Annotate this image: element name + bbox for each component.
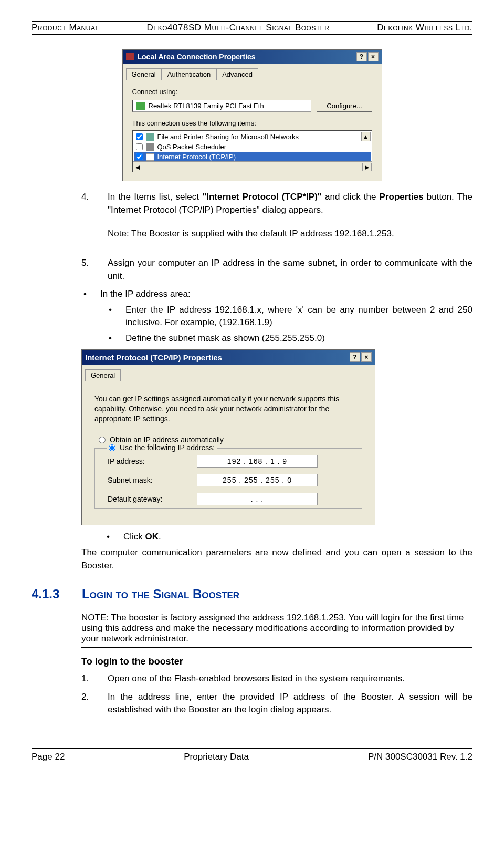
step-4-text: In the Items list, select "Internet Prot… <box>108 191 472 252</box>
configure-button[interactable]: Configure... <box>317 100 372 112</box>
network-icon <box>126 53 134 60</box>
subnet-mask-label: Subnet mask: <box>108 476 197 484</box>
tcp-icon <box>146 153 154 161</box>
sub-bullet-mask-text: Define the subnet mask as shown (255.255… <box>125 332 325 345</box>
tcpip-titlebar: Internet Protocol (TCP/IP) Properties ? … <box>82 350 375 365</box>
local-area-connection-dialog-wrap: Local Area Connection Properties ? × Gen… <box>32 49 472 181</box>
adapter-field: Realtek RTL8139 Family PCI Fast Eth <box>132 100 312 112</box>
hscroll-left[interactable]: ◀ <box>133 163 142 171</box>
step-5-text: Assign your computer an IP address in th… <box>108 257 472 283</box>
help-button[interactable]: ? <box>356 52 367 61</box>
bullet-dot: • <box>83 288 88 300</box>
item-qos-checkbox[interactable] <box>136 143 143 150</box>
radio-use-following-label: Use the following IP address: <box>120 443 215 452</box>
radio-obtain-auto-label: Obtain an IP address automatically <box>110 435 224 444</box>
items-listbox[interactable]: File and Printer Sharing for Microsoft N… <box>132 130 372 172</box>
scheduler-icon <box>146 143 154 151</box>
close-button[interactable]: × <box>368 52 379 61</box>
page-header: Product Manual Deko4078SD Multi-Channel … <box>32 21 472 35</box>
dialog-body: Connect using: Realtek RTL8139 Family PC… <box>123 80 382 181</box>
ip-address-field[interactable]: 192 . 168 . 1 . 9 <box>197 455 318 468</box>
hscroll-right[interactable]: ▶ <box>362 163 372 171</box>
header-right: Dekolink Wireless Ltd. <box>377 23 472 33</box>
tcpip-close-button[interactable]: × <box>361 352 372 362</box>
item-file-printer-checkbox[interactable] <box>136 133 143 140</box>
bullet-ip-area: • In the IP address area: <box>83 288 472 300</box>
note-default-ip: Note: The Booster is supplied with the d… <box>108 224 472 244</box>
para-communication-defined: The computer communication parameters ar… <box>81 546 472 572</box>
login-step-2-num: 2. <box>81 691 93 717</box>
tcpip-tabs: General <box>85 369 372 381</box>
step-4: 4. In the Items list, select "Internet P… <box>81 191 472 252</box>
header-left: Product Manual <box>32 23 99 33</box>
scroll-up-button[interactable]: ▲ <box>361 132 371 141</box>
sub-bullet-ip: • Enter the IP address 192.168.1.x, wher… <box>109 304 472 329</box>
item-qos[interactable]: QoS Packet Scheduler <box>134 142 371 152</box>
tcpip-tab-general[interactable]: General <box>85 369 121 381</box>
login-step-2-text: In the address line, enter the provided … <box>108 691 472 717</box>
tcpip-properties-dialog: Internet Protocol (TCP/IP) Properties ? … <box>81 349 375 525</box>
item-qos-label: QoS Packet Scheduler <box>158 143 227 151</box>
ip-address-label: IP address: <box>108 457 197 465</box>
dialog-title: Local Area Connection Properties <box>138 53 256 61</box>
local-area-connection-dialog: Local Area Connection Properties ? × Gen… <box>122 49 382 181</box>
default-gateway-field[interactable]: . . . <box>197 493 318 505</box>
subhead-login: To login to the booster <box>81 656 472 667</box>
items-label: This connection uses the following items… <box>132 119 372 127</box>
login-step-2: 2. In the address line, enter the provid… <box>81 691 472 717</box>
item-file-printer-sharing[interactable]: File and Printer Sharing for Microsoft N… <box>134 132 371 142</box>
sub-bullet-mask: • Define the subnet mask as shown (255.2… <box>109 332 472 345</box>
section-header: 4.1.3 Login to the Signal Booster <box>32 587 472 601</box>
sharing-icon <box>146 133 154 141</box>
sub-bullet-ip-text: Enter the IP address 192.168.1.x, where … <box>125 304 472 329</box>
connect-using-label: Connect using: <box>132 88 372 96</box>
content-area: 4. In the Items list, select "Internet P… <box>81 191 472 344</box>
item-tcpip-label: Internet Protocol (TCP/IP) <box>158 153 236 161</box>
section-number: 4.1.3 <box>32 587 64 601</box>
dialog-titlebar: Local Area Connection Properties ? × <box>123 50 382 64</box>
footer-right: P/N 300SC30031 Rev. 1.2 <box>368 752 472 762</box>
item-tcpip-checkbox[interactable] <box>136 153 143 160</box>
tcpip-help-button[interactable]: ? <box>350 352 360 362</box>
login-step-1-text: Open one of the Flash-enabled browsers l… <box>108 672 472 686</box>
tcpip-dialog-wrap: Internet Protocol (TCP/IP) Properties ? … <box>81 349 472 525</box>
use-following-fieldset: Use the following IP address: IP address… <box>94 448 362 509</box>
page-footer: Page 22 Proprietary Data P/N 300SC30031 … <box>32 748 472 762</box>
note-factory-address: NOTE: The booster is factory assigned th… <box>81 609 472 648</box>
subnet-mask-field[interactable]: 255 . 255 . 255 . 0 <box>197 474 318 486</box>
radio-obtain-auto-input[interactable] <box>99 437 106 443</box>
tcpip-title: Internet Protocol (TCP/IP) Properties <box>85 353 222 362</box>
tab-authentication[interactable]: Authentication <box>162 68 216 80</box>
content-area-2: • Click OK. The computer communication p… <box>81 531 472 572</box>
item-file-printer-label: File and Printer Sharing for Microsoft N… <box>158 133 299 141</box>
sub-bullet-click-ok: • Click OK. <box>107 531 472 543</box>
login-step-1: 1. Open one of the Flash-enabled browser… <box>81 672 472 686</box>
tcpip-body: You can get IP settings assigned automat… <box>82 381 375 525</box>
item-tcpip[interactable]: Internet Protocol (TCP/IP) <box>134 152 371 162</box>
footer-center: Proprietary Data <box>184 752 249 762</box>
step-4-num: 4. <box>81 191 93 252</box>
tab-general[interactable]: General <box>126 68 162 80</box>
adapter-name: Realtek RTL8139 Family PCI Fast Eth <box>149 102 264 110</box>
default-gateway-label: Default gateway: <box>108 495 197 503</box>
login-step-1-num: 1. <box>81 672 93 686</box>
tcpip-description: You can get IP settings assigned automat… <box>94 394 362 424</box>
step-5: 5. Assign your computer an IP address in… <box>81 257 472 283</box>
tab-advanced[interactable]: Advanced <box>216 68 258 80</box>
footer-left: Page 22 <box>32 752 65 762</box>
radio-use-following-input[interactable] <box>109 444 116 451</box>
nic-icon <box>136 102 145 110</box>
horizontal-scrollbar[interactable]: ◀ ▶ <box>133 161 372 172</box>
radio-obtain-auto[interactable]: Obtain an IP address automatically <box>99 435 362 444</box>
header-center: Deko4078SD Multi-Channel Signal Booster <box>146 23 329 33</box>
step-5-num: 5. <box>81 257 93 283</box>
bullet-ip-area-text: In the IP address area: <box>100 288 191 300</box>
dialog-tabs: General Authentication Advanced <box>126 68 379 80</box>
section-title: Login to the Signal Booster <box>82 587 239 601</box>
